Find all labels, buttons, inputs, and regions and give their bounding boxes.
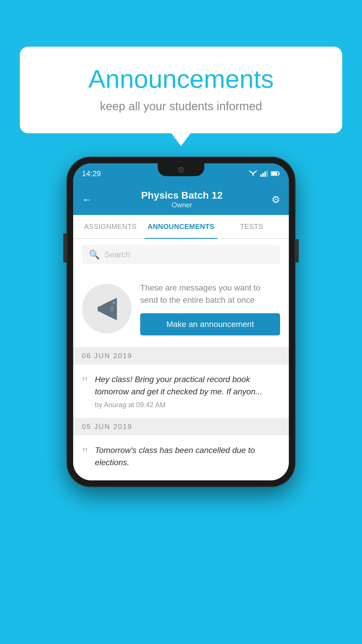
tab-assignments[interactable]: ASSIGNMENTS — [76, 215, 145, 238]
back-button[interactable]: ← — [82, 193, 92, 206]
announcement-text-1: Hey class! Bring your practical record b… — [95, 373, 280, 398]
search-bar[interactable]: 🔍 Search — [82, 245, 280, 264]
notch — [158, 163, 204, 176]
svg-rect-3 — [266, 170, 268, 177]
tab-announcements[interactable]: ANNOUNCEMENTS — [145, 215, 217, 238]
prompt-description: These are messages you want to send to t… — [140, 282, 280, 306]
svg-rect-9 — [98, 307, 101, 312]
svg-rect-5 — [271, 172, 277, 175]
announcement-prompt: These are messages you want to send to t… — [73, 270, 289, 347]
status-time: 14:29 — [82, 169, 101, 178]
megaphone-icon — [94, 295, 120, 322]
quote-icon-1: " — [82, 374, 88, 389]
bubble-title: Announcements — [43, 64, 319, 94]
svg-marker-7 — [99, 301, 110, 317]
svg-rect-6 — [279, 173, 280, 174]
phone-outer: 14:29 — [67, 158, 295, 486]
app-header: ← Physics Batch 12 Owner ⚙ — [73, 184, 289, 215]
phone-mockup: 14:29 — [67, 158, 295, 486]
tab-bar: ASSIGNMENTS ANNOUNCEMENTS TESTS — [73, 215, 289, 239]
make-announcement-button[interactable]: Make an announcement — [140, 313, 280, 335]
svg-rect-0 — [260, 174, 262, 177]
bubble-subtitle: keep all your students informed — [43, 100, 319, 113]
announcement-content-2: Tomorrow's class has been cancelled due … — [95, 444, 280, 472]
wifi-icon — [249, 170, 257, 177]
header-center: Physics Batch 12 Owner — [141, 190, 223, 209]
date-separator-2: 05 JUN 2019 — [73, 418, 289, 435]
status-bar: 14:29 — [73, 163, 289, 184]
search-icon: 🔍 — [89, 249, 100, 260]
settings-icon[interactable]: ⚙ — [271, 194, 280, 205]
battery-icon — [271, 171, 280, 176]
search-input[interactable]: Search — [104, 250, 130, 259]
header-title: Physics Batch 12 — [141, 190, 223, 201]
signal-icon — [260, 170, 268, 177]
prompt-right: These are messages you want to send to t… — [140, 282, 280, 335]
announcement-author-1: by Anurag at 09:42 AM — [95, 401, 280, 409]
announcement-item-2[interactable]: " Tomorrow's class has been cancelled du… — [73, 435, 289, 480]
svg-rect-2 — [264, 172, 266, 177]
header-subtitle: Owner — [141, 201, 223, 209]
status-icons — [249, 170, 280, 177]
speech-bubble: Announcements keep all your students inf… — [20, 47, 342, 133]
announcement-text-2: Tomorrow's class has been cancelled due … — [95, 444, 280, 469]
search-container: 🔍 Search — [73, 239, 289, 270]
megaphone-circle — [82, 284, 131, 333]
announcement-item-1[interactable]: " Hey class! Bring your practical record… — [73, 365, 289, 418]
phone-screen: 14:29 — [73, 163, 289, 480]
camera — [178, 167, 184, 173]
quote-icon-2: " — [82, 445, 88, 460]
date-separator-1: 06 JUN 2019 — [73, 347, 289, 365]
announcement-content-1: Hey class! Bring your practical record b… — [95, 373, 280, 409]
svg-rect-1 — [262, 173, 264, 177]
speech-bubble-container: Announcements keep all your students inf… — [20, 47, 342, 133]
tab-tests[interactable]: TESTS — [217, 215, 286, 238]
